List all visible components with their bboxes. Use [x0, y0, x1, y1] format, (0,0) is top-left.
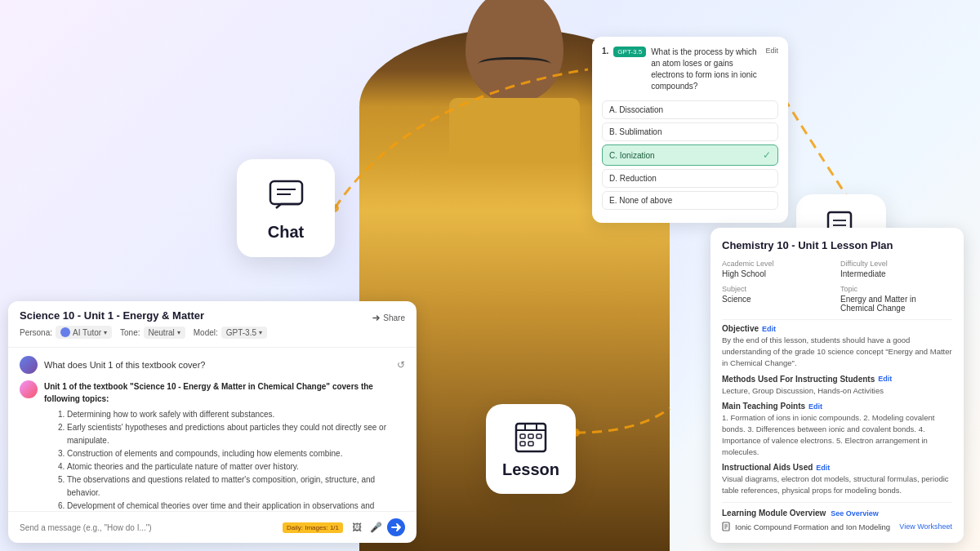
model-value: GPT-3.5 — [226, 328, 256, 337]
ai-response-content: Unit 1 of the textbook "Science 10 - Ene… — [44, 380, 405, 511]
objective-content: By the end of this lesson, students shou… — [722, 335, 952, 368]
lesson-card[interactable]: Lesson — [486, 404, 576, 494]
divider-1 — [722, 319, 952, 320]
persona-label: Persona: — [20, 328, 52, 337]
chat-input-area: Daily: Images: 1/1 🖼 🎤 — [8, 511, 416, 543]
image-icon[interactable]: 🖼 — [350, 520, 364, 535]
question-number: 1. — [602, 47, 608, 56]
methods-edit-link[interactable]: Edit — [878, 375, 892, 383]
user-message-text: What does Unit 1 of this textbook cover? — [44, 360, 206, 370]
instructional-aids-edit-link[interactable]: Edit — [816, 464, 830, 472]
subject-value: Science — [722, 295, 834, 304]
svg-rect-17 — [537, 434, 541, 438]
quiz-option-a[interactable]: A. Dissociation — [602, 100, 778, 119]
option-b-text: B. Sublimation — [609, 127, 662, 136]
ai-response: Unit 1 of the textbook "Science 10 - Ene… — [20, 380, 405, 511]
chat-card[interactable]: Chat — [237, 159, 335, 257]
ai-avatar — [20, 380, 38, 398]
difficulty-field: Difficulty Level Intermediate — [840, 260, 952, 278]
quiz-option-d[interactable]: D. Reduction — [602, 169, 778, 188]
teaching-points-label: Main Teaching Points — [722, 402, 805, 411]
svg-rect-19 — [528, 442, 533, 446]
teaching-points-edit-link[interactable]: Edit — [808, 402, 822, 411]
svg-rect-15 — [520, 434, 525, 438]
user-message: What does Unit 1 of this textbook cover?… — [20, 356, 405, 374]
quiz-question: What is the process by which an atom los… — [651, 47, 760, 92]
ai-list-item-3: Construction of elements and compounds, … — [67, 447, 405, 460]
objective-label: Objective — [722, 324, 759, 333]
quiz-edit-link[interactable]: Edit — [765, 47, 778, 55]
model-chevron-icon: ▾ — [259, 329, 262, 336]
tone-select[interactable]: Neutral ▾ — [144, 327, 185, 339]
mic-icon[interactable]: 🎤 — [368, 520, 383, 535]
methods-section: Methods Used For Instructing Students Ed… — [722, 375, 952, 397]
persona-select[interactable]: AI Tutor ▾ — [56, 326, 112, 339]
option-a-text: A. Dissociation — [609, 105, 663, 114]
chat-panel-title: Science 10 - Unit 1 - Energy & Matter — [20, 309, 204, 322]
daily-images-badge: Daily: Images: 1/1 — [283, 522, 343, 533]
learning-module-label: Learning Module Overview — [722, 509, 826, 518]
chat-panel-header: Science 10 - Unit 1 - Energy & Matter Sh… — [8, 301, 416, 348]
difficulty-value: Intermediate — [840, 269, 952, 278]
svg-rect-4 — [270, 181, 302, 204]
teacher-collar — [449, 98, 580, 163]
svg-rect-16 — [528, 434, 533, 438]
chat-label: Chat — [268, 223, 304, 242]
gpt-badge: GPT-3.5 — [613, 47, 646, 57]
lesson-footer: Learning Module Overview See Overview Io… — [722, 502, 952, 531]
difficulty-label: Difficulty Level — [840, 260, 952, 268]
teacher-glasses — [478, 57, 551, 75]
quiz-option-b[interactable]: B. Sublimation — [602, 122, 778, 141]
lesson-plan-panel: Chemistry 10 - Unit 1 Lesson Plan Academ… — [710, 228, 964, 543]
send-button[interactable] — [387, 518, 405, 536]
topic-field: Topic Energy and Matter in Chemical Chan… — [840, 285, 952, 313]
correct-check-icon: ✓ — [763, 149, 771, 161]
worksheet-name: Ionic Compound Formation and Ion Modelin… — [722, 522, 890, 531]
objective-edit-link[interactable]: Edit — [762, 325, 776, 333]
instructional-aids-content: Visual diagrams, electron dot models, st… — [722, 473, 952, 496]
lesson-metadata-grid: Academic Level High School Difficulty Le… — [722, 260, 952, 313]
teaching-points-content: 1. Formation of ions in ionic compounds.… — [722, 412, 952, 457]
tone-value: Neutral — [149, 328, 175, 337]
ai-list-item-4: Atomic theories and the particulate natu… — [67, 460, 405, 473]
methods-label: Methods Used For Instructing Students — [722, 375, 875, 384]
option-e-text: E. None of above — [609, 196, 672, 205]
user-avatar — [20, 356, 38, 374]
instructional-aids-label: Instructional Aids Used — [722, 463, 813, 472]
share-label: Share — [383, 313, 405, 322]
chat-panel: Science 10 - Unit 1 - Energy & Matter Sh… — [8, 301, 416, 543]
svg-rect-18 — [520, 442, 525, 446]
quiz-panel: 1. GPT-3.5 What is the process by which … — [592, 37, 788, 223]
share-button[interactable]: Share — [372, 313, 405, 322]
view-worksheet-link[interactable]: View Worksheet — [899, 522, 952, 531]
lesson-plan-title: Chemistry 10 - Unit 1 Lesson Plan — [722, 239, 952, 251]
lesson-icon — [514, 420, 548, 454]
academic-level-field: Academic Level High School — [722, 260, 834, 278]
objective-section: Objective Edit By the end of this lesson… — [722, 324, 952, 368]
option-d-text: D. Reduction — [609, 174, 657, 183]
ai-list-item-1: Determining how to work safely with diff… — [67, 408, 405, 421]
chat-messages: What does Unit 1 of this textbook cover?… — [8, 348, 416, 511]
subject-label: Subject — [722, 285, 834, 293]
topic-label: Topic — [840, 285, 952, 293]
teaching-points-section: Main Teaching Points Edit 1. Formation o… — [722, 402, 952, 457]
chat-icon — [265, 176, 306, 216]
persona-chevron-icon: ▾ — [104, 329, 107, 336]
persona-value: AI Tutor — [73, 328, 101, 337]
subject-field: Subject Science — [722, 285, 834, 313]
worksheet-icon — [722, 522, 732, 531]
ai-list-item-2: Early scientists' hypotheses and predict… — [67, 421, 405, 447]
worksheet-row: Ionic Compound Formation and Ion Modelin… — [722, 522, 952, 531]
methods-content: Lecture, Group Discussion, Hands-on Acti… — [722, 385, 952, 397]
ai-response-intro: Unit 1 of the textbook "Science 10 - Ene… — [44, 380, 405, 405]
model-label: Model: — [194, 328, 218, 337]
quiz-option-c[interactable]: C. Ionization ✓ — [602, 144, 778, 166]
thumbs-up-icon[interactable]: ↺ — [397, 359, 405, 371]
see-overview-link[interactable]: See Overview — [831, 509, 879, 518]
model-select[interactable]: GPT-3.5 ▾ — [221, 327, 267, 339]
chat-input[interactable] — [20, 523, 276, 532]
teacher-head — [466, 0, 564, 102]
academic-level-value: High School — [722, 269, 834, 278]
academic-level-label: Academic Level — [722, 260, 834, 268]
quiz-option-e[interactable]: E. None of above — [602, 191, 778, 210]
